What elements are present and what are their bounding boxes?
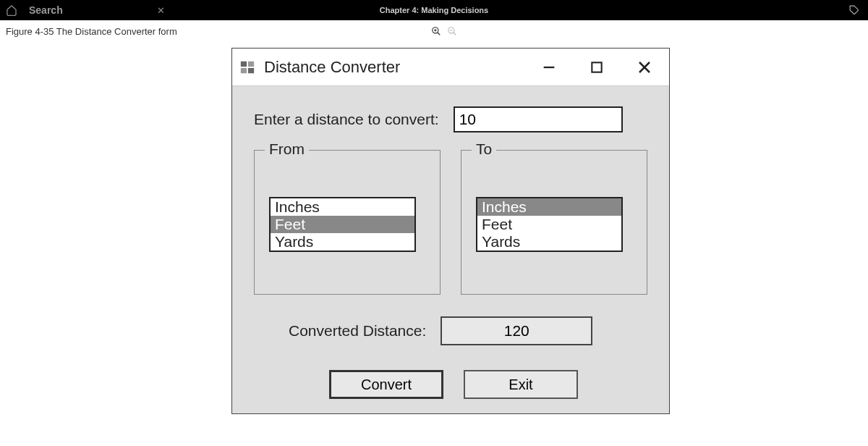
svg-line-6 xyxy=(454,33,456,35)
app-icon xyxy=(239,59,255,75)
close-button[interactable] xyxy=(634,57,655,77)
window-title: Distance Converter xyxy=(264,58,539,77)
distance-input[interactable] xyxy=(454,106,623,132)
search-close-icon[interactable]: ✕ xyxy=(157,5,165,16)
zoom-in-icon[interactable] xyxy=(431,26,441,36)
svg-rect-9 xyxy=(248,61,254,66)
svg-rect-10 xyxy=(241,67,247,72)
to-option-yards[interactable]: Yards xyxy=(477,233,621,251)
window-controls xyxy=(539,57,655,77)
tag-icon[interactable] xyxy=(849,5,859,15)
to-listbox[interactable]: Inches Feet Yards xyxy=(476,197,623,252)
result-label: Converted Distance: xyxy=(289,322,426,340)
svg-rect-13 xyxy=(592,62,601,72)
convert-button[interactable]: Convert xyxy=(329,370,443,399)
from-option-yards[interactable]: Yards xyxy=(271,233,414,251)
reader-top-bar: Search ✕ Chapter 4: Making Decisions xyxy=(0,0,868,20)
from-groupbox: From Inches Feet Yards xyxy=(254,150,441,295)
form-body: Enter a distance to convert: From Inches… xyxy=(232,86,669,413)
minimize-button[interactable] xyxy=(539,57,559,77)
zoom-out-icon[interactable] xyxy=(447,26,457,36)
to-option-feet[interactable]: Feet xyxy=(477,216,621,233)
caption-text: Figure 4-35 The Distance Converter form xyxy=(6,26,177,37)
maximize-button[interactable] xyxy=(587,57,607,77)
from-legend: From xyxy=(265,140,309,158)
groups-row: From Inches Feet Yards To Inches Feet Ya… xyxy=(254,150,653,295)
to-groupbox: To Inches Feet Yards xyxy=(461,150,647,295)
buttons-row: Convert Exit xyxy=(254,370,653,399)
chapter-title: Chapter 4: Making Decisions xyxy=(380,6,488,14)
to-option-inches[interactable]: Inches xyxy=(477,198,621,216)
exit-button[interactable]: Exit xyxy=(464,370,578,399)
from-option-feet[interactable]: Feet xyxy=(271,216,414,233)
home-icon[interactable] xyxy=(6,4,17,16)
result-value: 120 xyxy=(441,316,592,345)
window-titlebar: Distance Converter xyxy=(232,49,669,86)
svg-line-2 xyxy=(438,33,441,35)
svg-rect-11 xyxy=(248,67,254,72)
to-legend: To xyxy=(472,140,496,158)
search-label[interactable]: Search xyxy=(29,4,63,16)
distance-converter-window: Distance Converter Enter a distance to c… xyxy=(231,48,670,414)
svg-rect-8 xyxy=(241,61,247,66)
input-row: Enter a distance to convert: xyxy=(254,106,653,132)
zoom-controls xyxy=(431,26,457,36)
from-option-inches[interactable]: Inches xyxy=(271,198,414,216)
distance-input-label: Enter a distance to convert: xyxy=(254,111,439,128)
result-row: Converted Distance: 120 xyxy=(289,316,653,345)
from-listbox[interactable]: Inches Feet Yards xyxy=(269,197,416,252)
